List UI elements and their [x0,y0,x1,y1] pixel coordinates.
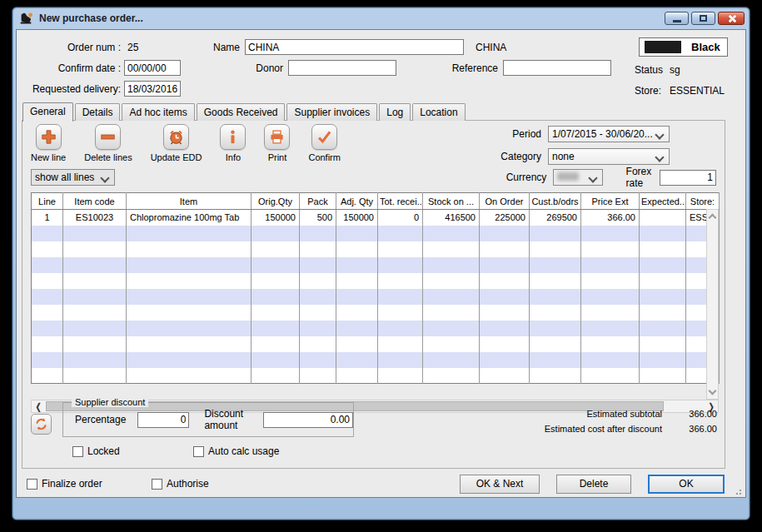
delete-lines-button[interactable]: Delete lines [84,124,132,162]
column-header-item[interactable]: Item [127,193,252,210]
estimated-subtotal-label: Estimated subtotal [562,409,662,419]
period-select[interactable]: 1/07/2015 - 30/06/20... [548,126,670,142]
column-header-cust-b-odrs[interactable]: Cust.b/odrs [530,193,581,210]
auto-calc-usage-checkbox[interactable] [193,446,204,457]
empty-cell [423,257,480,273]
confirm-date-input[interactable] [124,60,181,76]
table-cell[interactable]: 416500 [423,210,480,226]
table-cell[interactable]: 225000 [480,210,530,226]
empty-cell [127,257,252,273]
new-line-button[interactable]: New line [31,124,66,162]
forex-rate-input[interactable] [660,170,716,186]
table-cell[interactable]: 150000 [336,210,378,226]
requested-delivery-input[interactable] [124,81,181,97]
column-header-tot-recei[interactable]: Tot. recei... [378,193,423,210]
ok-next-button[interactable]: OK & Next [460,475,540,494]
column-header-pack[interactable]: Pack [300,193,336,210]
table-cell[interactable]: 269500 [530,210,581,226]
authorise-checkbox[interactable] [152,479,162,490]
empty-cell [640,226,686,241]
column-header-on-order[interactable]: On Order [480,193,530,210]
print-button[interactable]: Print [264,124,290,162]
column-header-orig-qty[interactable]: Orig.Qty [252,193,300,210]
empty-cell [480,226,530,241]
tab-general[interactable]: General [22,102,73,122]
update-edd-button[interactable]: Update EDD [151,124,202,162]
confirm-date-label: Confirm date : [17,62,121,74]
discount-amount-input[interactable] [263,412,353,428]
empty-cell [300,289,336,305]
table-cell[interactable]: 0 [378,210,423,226]
empty-cell [127,352,252,368]
empty-cell [63,336,127,352]
order-lines-table: LineItem codeItemOrig.QtyPackAdj. QtyTot… [31,192,720,384]
ok-button[interactable]: OK [648,475,725,494]
tab-bar: GeneralDetailsAd hoc itemsGoods Received… [22,103,467,121]
empty-cell [336,321,378,336]
empty-cell [300,305,336,321]
store-label: Store: [635,85,661,97]
empty-cell [423,273,480,289]
scroll-down-icon[interactable] [709,387,717,395]
table-cell[interactable]: 500 [300,210,336,226]
empty-cell [336,241,378,257]
name-input[interactable] [245,39,464,55]
table-cell[interactable] [640,210,686,226]
status-value: sg [670,64,680,76]
column-header-item-code[interactable]: Item code [63,193,127,210]
tab-details[interactable]: Details [75,103,121,121]
empty-cell [378,226,423,241]
table-row[interactable]: 1ES10023Chlopromazine 100mg Tab150000500… [32,210,720,226]
currency-select [553,169,602,186]
column-header-price-ext[interactable]: Price Ext [581,193,640,210]
tab-log[interactable]: Log [379,103,411,121]
column-header-line[interactable]: Line [32,193,63,210]
finalize-order-checkbox[interactable] [27,479,37,490]
table-cell[interactable]: 150000 [252,210,300,226]
empty-cell [423,368,480,384]
show-lines-select[interactable]: show all lines [31,169,115,186]
empty-cell [581,289,640,305]
column-header-adj-qty[interactable]: Adj. Qty [336,193,378,210]
recalculate-button[interactable] [31,414,52,435]
scroll-up-icon[interactable] [709,214,717,222]
info-button[interactable]: Info [220,124,246,162]
title-bar[interactable]: New purchase order... [12,7,750,29]
empty-cell [300,368,336,384]
category-select[interactable]: none [548,148,670,165]
color-selector[interactable]: Black [639,37,728,57]
table-cell[interactable]: ES10023 [63,210,127,226]
donor-input[interactable] [288,60,396,76]
empty-cell [63,368,127,384]
close-button[interactable] [718,12,745,25]
tab-ad-hoc-items[interactable]: Ad hoc items [122,103,194,121]
empty-cell [32,273,63,289]
confirm-button[interactable]: Confirm [308,124,341,162]
column-header-store[interactable]: Store: [686,193,720,210]
empty-cell [640,352,686,368]
locked-checkbox[interactable] [72,446,83,457]
tab-location[interactable]: Location [412,103,465,121]
table-cell[interactable]: Chlopromazine 100mg Tab [127,210,252,226]
resize-grip[interactable] [735,487,744,495]
empty-cell [63,241,127,257]
empty-cell [32,336,63,352]
minimize-button[interactable] [665,12,689,25]
reference-input[interactable] [503,60,611,76]
empty-cell [378,305,423,321]
tab-goods-received[interactable]: Goods Received [197,103,286,121]
empty-cell [378,289,423,305]
vertical-scrollbar[interactable] [706,209,719,400]
empty-cell [300,352,336,368]
empty-cell [300,241,336,257]
maximize-button[interactable] [691,12,715,25]
percentage-input[interactable] [137,412,189,428]
scroll-left-icon[interactable]: ❬ [32,401,45,412]
table-cell[interactable]: 1 [32,210,63,226]
tab-supplier-invoices[interactable]: Supplier invoices [286,103,377,121]
empty-cell [581,368,640,384]
table-cell[interactable]: 366.00 [581,210,640,226]
delete-button[interactable]: Delete [556,475,631,494]
column-header-expected[interactable]: Expected... [640,193,686,210]
column-header-stock-on[interactable]: Stock on ... [423,193,480,210]
